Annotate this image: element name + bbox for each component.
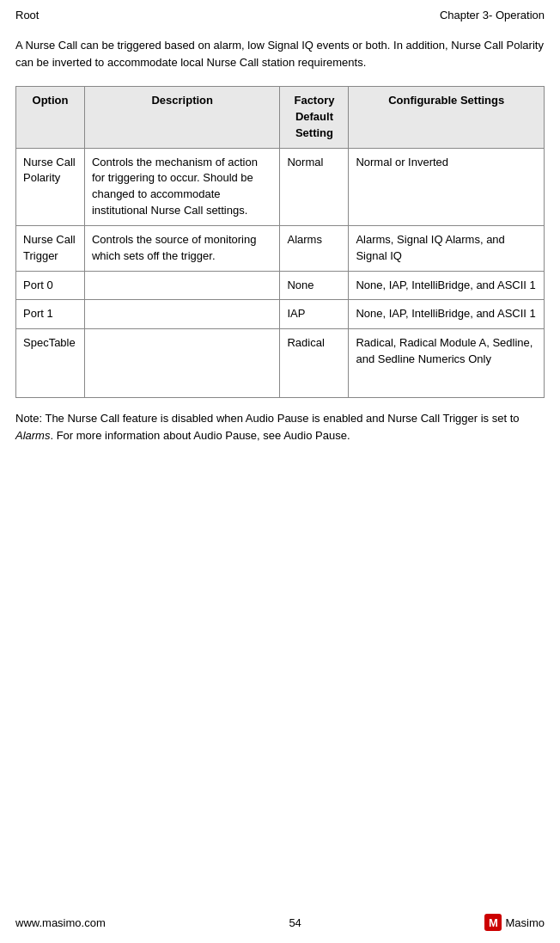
table-row: Nurse Call Polarity Controls the mechani… (16, 148, 545, 225)
cell-desc-1: Controls the source of monitoring which … (84, 225, 280, 271)
cell-config-2: None, IAP, IntelliBridge, and ASCII 1 (349, 271, 545, 300)
table-header: Option Description Factory Default Setti… (16, 87, 545, 149)
page-footer: www.masimo.com 54 M Masimo (15, 914, 545, 931)
col-header-option: Option (16, 87, 85, 149)
table-body: Nurse Call Polarity Controls the mechani… (16, 148, 545, 398)
footer-page-number: 54 (289, 916, 301, 929)
page: Root Chapter 3- Operation A Nurse Call c… (0, 0, 560, 943)
cell-config-3: None, IAP, IntelliBridge, and ASCII 1 (349, 300, 545, 329)
cell-option-2: Port 0 (16, 271, 85, 300)
cell-desc-2 (84, 271, 280, 300)
cell-desc-4 (84, 329, 280, 398)
col-header-factory: Factory Default Setting (280, 87, 349, 149)
masimo-brand-name: Masimo (505, 916, 545, 929)
header-row: Option Description Factory Default Setti… (16, 87, 545, 149)
cell-option-4: SpecTable (16, 329, 85, 398)
footer-website: www.masimo.com (15, 916, 106, 929)
masimo-logo: M Masimo (484, 914, 545, 931)
cell-factory-0: Normal (280, 148, 349, 225)
col-header-description: Description (84, 87, 280, 149)
note-paragraph: Note: The Nurse Call feature is disabled… (15, 410, 545, 444)
table-row: Nurse Call Trigger Controls the source o… (16, 225, 545, 271)
cell-option-3: Port 1 (16, 300, 85, 329)
masimo-m-icon: M (484, 914, 502, 931)
cell-option-0: Nurse Call Polarity (16, 148, 85, 225)
cell-option-1: Nurse Call Trigger (16, 225, 85, 271)
cell-factory-2: None (280, 271, 349, 300)
cell-factory-4: Radical (280, 329, 349, 398)
table-row: Port 1 IAP None, IAP, IntelliBridge, and… (16, 300, 545, 329)
header-right: Chapter 3- Operation (440, 9, 545, 21)
table-row: SpecTable Radical Radical, Radical Modul… (16, 329, 545, 398)
note-text-static: Note: The Nurse Call feature is disabled… (15, 412, 520, 442)
cell-config-0: Normal or Inverted (349, 148, 545, 225)
table-row: Port 0 None None, IAP, IntelliBridge, an… (16, 271, 545, 300)
settings-table: Option Description Factory Default Setti… (15, 86, 545, 398)
cell-config-1: Alarms, Signal IQ Alarms, and Signal IQ (349, 225, 545, 271)
cell-config-4: Radical, Radical Module A, Sedline, and … (349, 329, 545, 398)
page-header: Root Chapter 3- Operation (15, 9, 545, 21)
header-left: Root (15, 9, 39, 21)
intro-paragraph: A Nurse Call can be triggered based on a… (15, 37, 545, 70)
cell-desc-0: Controls the mechanism of action for tri… (84, 148, 280, 225)
cell-factory-1: Alarms (280, 225, 349, 271)
col-header-configurable: Configurable Settings (349, 87, 545, 149)
cell-factory-3: IAP (280, 300, 349, 329)
cell-desc-3 (84, 300, 280, 329)
